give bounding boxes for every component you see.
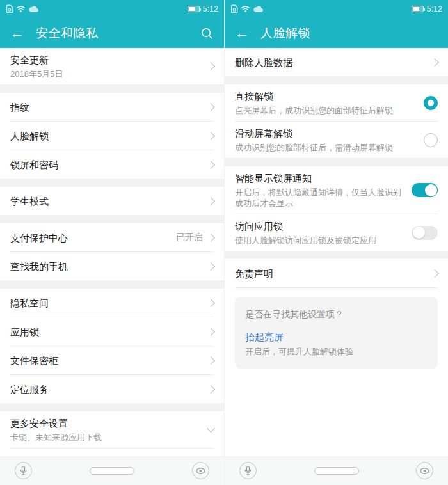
- list-item-label: 定位服务: [10, 383, 49, 396]
- wifi-icon: [16, 5, 26, 13]
- list-item-slide-to-unlock[interactable]: 滑动屏幕解锁 成功识别您的脸部特征后，需滑动屏幕解锁: [225, 122, 448, 158]
- screen-security-privacy: 5:12 ← 安全和隐私 安全更新 2018年5月5日 指纹 人脸解锁: [0, 0, 224, 485]
- cloud-icon: [28, 5, 39, 13]
- chevron-right-icon: [207, 385, 215, 394]
- list-item-label: 支付保护中心: [10, 231, 68, 244]
- list-item-private-space[interactable]: 隐私空间: [0, 289, 224, 317]
- status-icons-left: [230, 4, 264, 13]
- battery-icon: [412, 6, 424, 12]
- chevron-right-icon: [207, 262, 215, 271]
- spacer: [225, 369, 448, 456]
- status-icons-right: 5:12: [188, 4, 218, 13]
- list-item-value: 已开启: [176, 232, 203, 243]
- radio-unselected[interactable]: [424, 133, 438, 147]
- chevron-right-icon: [207, 234, 215, 242]
- status-time: 5:12: [203, 4, 218, 13]
- screen-face-unlock: 5:12 ← 人脸解锁 删除人脸数据 直接解锁 点亮屏幕后，成功识别您的面部特征…: [224, 0, 448, 485]
- search-icon: [200, 26, 214, 40]
- screen-view-button[interactable]: [192, 462, 209, 479]
- section-separator: [0, 403, 224, 411]
- microphone-icon: [240, 463, 256, 479]
- toggle-off[interactable]: [412, 226, 438, 240]
- chevron-right-icon: [431, 269, 439, 278]
- status-time: 5:12: [427, 4, 442, 13]
- list-item-label: 隐私空间: [10, 296, 49, 310]
- screen-view-button[interactable]: [416, 462, 433, 479]
- list-item-label: 应用锁: [10, 325, 39, 338]
- navigation-bar: [0, 456, 224, 485]
- list-item-smart-notifications[interactable]: 智能显示锁屏通知 开启后，将默认隐藏通知详情，仅当人脸识别成功后才会显示: [225, 166, 448, 214]
- divider: [235, 287, 438, 288]
- list-item-label: 免责声明: [235, 267, 273, 280]
- status-icons-left: [6, 4, 39, 13]
- app-bar: ← 安全和隐私: [0, 18, 224, 48]
- toggle-knob: [425, 184, 437, 196]
- list-item-delete-face-data[interactable]: 删除人脸数据: [225, 48, 448, 76]
- battery-tip: [424, 8, 425, 11]
- app-bar: ← 人脸解锁: [225, 18, 448, 48]
- sim-card-icon: [230, 4, 238, 13]
- back-icon[interactable]: ←: [10, 26, 24, 40]
- toggle-on[interactable]: [412, 183, 438, 197]
- list-item-access-app-lock[interactable]: 访问应用锁 使用人脸解锁访问应用锁及被锁定应用: [225, 214, 448, 251]
- dual-screenshot-container: 5:12 ← 安全和隐私 安全更新 2018年5月5日 指纹 人脸解锁: [0, 0, 448, 485]
- chevron-right-icon: [207, 62, 215, 70]
- microphone-icon: [15, 463, 31, 479]
- eye-icon: [417, 463, 433, 479]
- list-item-student-mode[interactable]: 学生模式: [0, 187, 224, 215]
- list-item-more-security-settings[interactable]: 更多安全设置 卡锁、未知来源应用下载: [0, 411, 224, 448]
- list-item-disclaimer[interactable]: 免责声明: [225, 259, 448, 287]
- list-item-label: 访问应用锁: [235, 219, 404, 233]
- list-item-face-unlock[interactable]: 人脸解锁: [0, 122, 224, 150]
- list-item-lockscreen-password[interactable]: 锁屏和密码: [0, 150, 224, 179]
- list-item-location-services[interactable]: 定位服务: [0, 375, 224, 403]
- section-separator: [0, 215, 224, 223]
- chevron-right-icon: [207, 161, 215, 169]
- battery-icon: [188, 6, 200, 12]
- list-item-label: 学生模式: [10, 195, 49, 208]
- list-item-label: 直接解锁: [235, 90, 416, 103]
- section-separator: [225, 251, 448, 259]
- list-item-subtitle: 使用人脸解锁访问应用锁及被锁定应用: [235, 235, 404, 246]
- status-bar: 5:12: [0, 0, 224, 18]
- home-pill-button[interactable]: [90, 467, 134, 475]
- spacer: [0, 449, 224, 456]
- section-separator: [225, 158, 448, 166]
- chevron-right-icon: [207, 328, 215, 336]
- list-item-label: 删除人脸数据: [235, 56, 292, 69]
- list-item-label: 滑动屏幕解锁: [235, 127, 416, 140]
- battery-tip: [200, 8, 201, 11]
- section-separator: [0, 280, 224, 289]
- search-button[interactable]: [200, 26, 214, 40]
- voice-assistant-button[interactable]: [15, 462, 32, 479]
- section-separator: [225, 76, 448, 84]
- section-separator: [0, 84, 224, 93]
- chevron-right-icon: [207, 103, 215, 111]
- list-item-security-update[interactable]: 安全更新 2018年5月5日: [0, 48, 224, 84]
- list-item-subtitle: 成功识别您的脸部特征后，需滑动屏幕解锁: [235, 142, 416, 153]
- list-item-label: 锁屏和密码: [10, 158, 58, 171]
- list-item-fingerprint[interactable]: 指纹: [0, 93, 224, 121]
- radio-selected[interactable]: [424, 96, 438, 110]
- raise-to-wake-link[interactable]: 抬起亮屏: [245, 330, 428, 344]
- list-item-app-lock[interactable]: 应用锁: [0, 317, 224, 346]
- list-item-label: 人脸解锁: [10, 129, 49, 143]
- list-item-payment-protection[interactable]: 支付保护中心 已开启: [0, 223, 224, 251]
- home-pill-button[interactable]: [314, 467, 359, 475]
- page-title: 人脸解锁: [260, 25, 438, 42]
- list-item-label: 更多安全设置: [10, 417, 200, 430]
- back-icon[interactable]: ←: [235, 26, 249, 40]
- voice-assistant-button[interactable]: [239, 462, 257, 479]
- chevron-right-icon: [431, 58, 439, 67]
- list-item-direct-unlock[interactable]: 直接解锁 点亮屏幕后，成功识别您的面部特征后解锁: [225, 84, 448, 121]
- list-item-subtitle: 开启后，将默认隐藏通知详情，仅当人脸识别成功后才会显示: [235, 187, 404, 209]
- list-item-file-safe[interactable]: 文件保密柜: [0, 346, 224, 374]
- list-item-label: 指纹: [10, 100, 29, 114]
- list-item-label: 智能显示锁屏通知: [235, 171, 404, 185]
- suggestion-description: 开启后，可提升人脸解锁体验: [245, 346, 428, 358]
- eye-icon: [193, 463, 209, 479]
- page-title: 安全和隐私: [36, 25, 200, 42]
- list-item-subtitle: 2018年5月5日: [10, 68, 200, 79]
- toggle-knob: [413, 227, 425, 239]
- list-item-find-my-phone[interactable]: 查找我的手机: [0, 252, 224, 280]
